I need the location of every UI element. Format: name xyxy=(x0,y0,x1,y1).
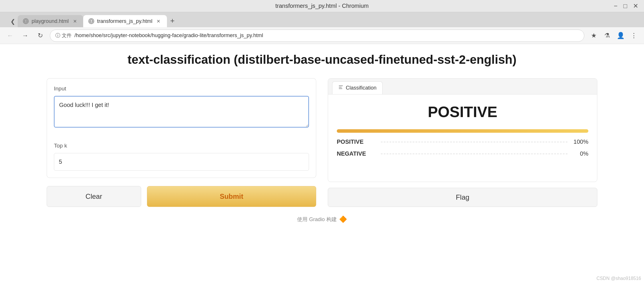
reload-button[interactable]: ↻ xyxy=(35,30,46,41)
bookmark-button[interactable]: ★ xyxy=(588,30,599,41)
profile-button[interactable]: 👤 xyxy=(615,30,626,41)
maximize-button[interactable]: □ xyxy=(623,2,627,10)
menu-button[interactable]: ⋮ xyxy=(628,30,639,41)
tab-transformers-close[interactable]: ✕ xyxy=(155,18,162,24)
classification-tab[interactable]: Classification xyxy=(332,81,383,94)
address-bar: ← → ↻ ⓘ 文件 /home/shoe/src/jupyter-notebo… xyxy=(0,27,644,44)
score-dots-positive xyxy=(381,142,567,142)
footer-text: 使用 Gradio 构建 xyxy=(297,216,336,223)
tab-bar: ❮ playground.html ✕ transforme xyxy=(0,12,644,27)
result-label: POSITIVE xyxy=(337,103,588,121)
address-url-text: /home/shoe/src/jupyter-notebook/hugging-… xyxy=(74,32,263,39)
top-k-section: Top k xyxy=(47,136,316,178)
score-value-positive: 100% xyxy=(571,139,588,145)
svg-rect-6 xyxy=(339,85,343,86)
left-panel: Input Good luck!!! I get it! Top k Clear… xyxy=(47,78,316,207)
window-controls: − □ ✕ xyxy=(614,2,638,10)
browser-window: transformers_js_py.html - Chromium − □ ✕… xyxy=(0,0,644,284)
address-scheme-icon: ⓘ 文件 xyxy=(55,32,72,39)
input-section: Input Good luck!!! I get it! xyxy=(47,78,316,136)
tab-playground-close[interactable]: ✕ xyxy=(72,18,78,24)
classification-tab-label: Classification xyxy=(346,85,376,91)
classification-tab-icon xyxy=(338,85,343,91)
score-dots-negative xyxy=(381,154,567,154)
score-label-positive: POSITIVE xyxy=(337,139,377,145)
score-row-negative: NEGATIVE 0% xyxy=(337,150,588,157)
top-k-label: Top k xyxy=(54,143,309,149)
score-label-negative: NEGATIVE xyxy=(337,150,377,157)
add-tab-button[interactable]: + xyxy=(167,16,178,27)
toolbar-icons: ★ ⚗ 👤 ⋮ xyxy=(588,30,639,41)
text-input[interactable]: Good luck!!! I get it! xyxy=(54,96,309,128)
tab-playground-label: playground.html xyxy=(32,18,69,24)
gradio-logo-icon: 🔶 xyxy=(339,216,347,223)
watermark: CSDN @shao918516 xyxy=(596,276,641,281)
input-label: Input xyxy=(54,85,309,92)
address-input[interactable]: ⓘ 文件 /home/shoe/src/jupyter-notebook/hug… xyxy=(50,30,584,42)
forward-button[interactable]: → xyxy=(20,30,31,41)
lab-button[interactable]: ⚗ xyxy=(602,30,613,41)
flag-button[interactable]: Flag xyxy=(328,188,597,207)
svg-rect-7 xyxy=(339,87,342,88)
submit-button[interactable]: Submit xyxy=(147,186,316,207)
top-k-input[interactable] xyxy=(54,153,309,171)
button-row: Clear Submit xyxy=(47,186,316,207)
right-panel: Classification POSITIVE POSITIVE 100% N xyxy=(328,78,597,207)
tab-transformers-label: transformers_js_py.html xyxy=(97,18,152,24)
page-footer: 使用 Gradio 构建 🔶 xyxy=(297,216,347,223)
score-value-negative: 0% xyxy=(571,150,588,157)
window-title: transformers_js_py.html - Chromium xyxy=(275,3,369,9)
main-layout: Input Good luck!!! I get it! Top k Clear… xyxy=(47,78,597,207)
page-title: text-classification (distilbert-base-unc… xyxy=(128,53,516,67)
minimize-button[interactable]: − xyxy=(614,2,618,10)
classification-tab-bar: Classification xyxy=(328,79,597,94)
title-bar: transformers_js_py.html - Chromium − □ ✕ xyxy=(0,0,644,12)
svg-rect-8 xyxy=(339,88,342,89)
tab-globe-icon xyxy=(23,18,29,24)
close-button[interactable]: ✕ xyxy=(633,2,638,10)
clear-button[interactable]: Clear xyxy=(47,186,141,207)
tab-playground[interactable]: playground.html ✕ xyxy=(18,15,83,27)
classification-content: POSITIVE POSITIVE 100% NEGATIVE 0% xyxy=(328,94,597,182)
tab-scroll-left[interactable]: ❮ xyxy=(10,18,15,27)
page-content: text-classification (distilbert-base-unc… xyxy=(0,44,644,284)
score-row-positive: POSITIVE 100% xyxy=(337,139,588,145)
classification-box: Classification POSITIVE POSITIVE 100% N xyxy=(328,78,597,182)
tab-transformers[interactable]: transformers_js_py.html ✕ xyxy=(83,15,167,27)
progress-bar xyxy=(337,129,588,133)
tab-globe-icon-active xyxy=(88,18,94,24)
back-button[interactable]: ← xyxy=(5,30,16,41)
